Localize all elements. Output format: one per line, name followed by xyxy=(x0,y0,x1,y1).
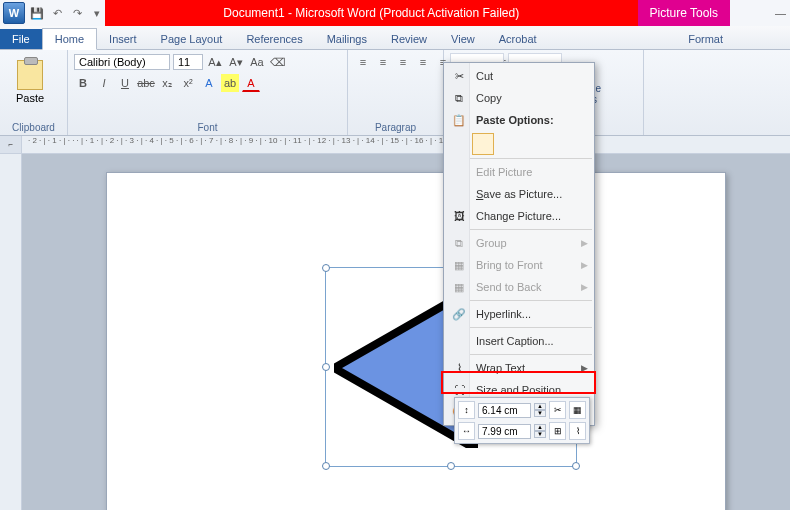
qat-dropdown-icon[interactable]: ▾ xyxy=(89,5,105,21)
quick-access-toolbar: 💾 ↶ ↷ ▾ xyxy=(29,5,105,21)
numbering-button[interactable]: ≡ xyxy=(374,53,392,71)
text-effects-button[interactable]: A xyxy=(200,74,218,92)
redo-icon[interactable]: ↷ xyxy=(69,5,85,21)
word-app-icon: W xyxy=(3,2,25,24)
ribbon: Paste Clipboard Calibri (Body) 11 A▴ A▾ … xyxy=(0,50,790,136)
chevron-right-icon: ▶ xyxy=(581,282,588,292)
cut-icon: ✂ xyxy=(450,68,468,84)
paste-button[interactable]: Paste xyxy=(6,53,54,111)
tab-page-layout[interactable]: Page Layout xyxy=(149,29,235,49)
align-left-button[interactable]: ≡ xyxy=(414,53,432,71)
strikethrough-button[interactable]: abc xyxy=(137,74,155,92)
resize-handle-bm[interactable] xyxy=(447,462,455,470)
document-canvas[interactable] xyxy=(22,154,790,510)
ctx-wrap-text[interactable]: ⌇Wrap Text▶ xyxy=(444,357,594,379)
italic-button[interactable]: I xyxy=(95,74,113,92)
ctx-paste-options: 📋Paste Options: xyxy=(444,109,594,131)
tab-format[interactable]: Format xyxy=(676,29,735,49)
subscript-button[interactable]: x₂ xyxy=(158,74,176,92)
horizontal-ruler[interactable]: · 2 · | · 1 · | · · · | · 1 · | · 2 · | … xyxy=(22,136,790,153)
group-clipboard: Paste Clipboard xyxy=(0,50,68,135)
paragraph-group-label: Paragrap xyxy=(354,121,437,135)
window-controls: — xyxy=(730,0,790,26)
wrap-icon[interactable]: ⌇ xyxy=(569,422,586,440)
bullets-button[interactable]: ≡ xyxy=(354,53,372,71)
resize-handle-tl[interactable] xyxy=(322,264,330,272)
tab-home[interactable]: Home xyxy=(42,28,97,50)
width-input[interactable]: 7.99 cm xyxy=(478,424,531,439)
hyperlink-icon: 🔗 xyxy=(450,306,468,322)
underline-button[interactable]: U xyxy=(116,74,134,92)
tab-acrobat[interactable]: Acrobat xyxy=(487,29,549,49)
bring-front-icon: ▦ xyxy=(450,257,468,273)
resize-handle-ml[interactable] xyxy=(322,363,330,371)
ctx-hyperlink[interactable]: 🔗Hyperlink... xyxy=(444,303,594,325)
tab-insert[interactable]: Insert xyxy=(97,29,149,49)
font-size-select[interactable]: 11 xyxy=(173,54,203,70)
font-group-label: Font xyxy=(74,121,341,135)
bring-forward-icon[interactable]: ▦ xyxy=(569,401,586,419)
page[interactable] xyxy=(106,172,726,510)
title-bar: W 💾 ↶ ↷ ▾ Document1 - Microsoft Word (Pr… xyxy=(0,0,790,26)
change-picture-icon: 🖼 xyxy=(450,208,468,224)
paste-icon: 📋 xyxy=(450,112,468,128)
ctx-bring-to-front: ▦Bring to Front▶ xyxy=(444,254,594,276)
window-title: Document1 - Microsoft Word (Product Acti… xyxy=(105,0,638,26)
clear-formatting-button[interactable]: ⌫ xyxy=(269,53,287,71)
width-icon: ↔ xyxy=(458,422,475,440)
ctx-save-as-picture[interactable]: Save as Picture... xyxy=(444,183,594,205)
group-icon: ⧉ xyxy=(450,235,468,251)
tab-review[interactable]: Review xyxy=(379,29,439,49)
chevron-right-icon: ▶ xyxy=(581,238,588,248)
height-spinner[interactable]: ▲▼ xyxy=(534,403,546,417)
highlight-button[interactable]: ab xyxy=(221,74,239,92)
superscript-button[interactable]: x² xyxy=(179,74,197,92)
paste-option-keep-source[interactable] xyxy=(472,133,494,155)
chevron-right-icon: ▶ xyxy=(581,363,588,373)
group-paragraph: ≡ ≡ ≡ ≡ ≡ ≡ ≡ ≡ Paragrap xyxy=(348,50,444,135)
tab-file[interactable]: File xyxy=(0,29,42,49)
ribbon-tabs: File Home Insert Page Layout References … xyxy=(0,26,790,50)
ctx-group: ⧉Group▶ xyxy=(444,232,594,254)
font-color-button[interactable]: A xyxy=(242,74,260,92)
position-icon[interactable]: ⊞ xyxy=(549,422,566,440)
height-icon: ↕ xyxy=(458,401,475,419)
change-case-button[interactable]: Aa xyxy=(248,53,266,71)
vertical-ruler[interactable] xyxy=(0,154,22,510)
tab-mailings[interactable]: Mailings xyxy=(315,29,379,49)
clipboard-icon xyxy=(17,60,43,90)
picture-tools-tab-header: Picture Tools xyxy=(638,0,730,26)
ctx-insert-caption[interactable]: Insert Caption... xyxy=(444,330,594,352)
paste-label: Paste xyxy=(16,92,44,104)
clipboard-group-label: Clipboard xyxy=(6,121,61,135)
font-name-select[interactable]: Calibri (Body) xyxy=(74,54,170,70)
chevron-right-icon: ▶ xyxy=(581,260,588,270)
mini-size-toolbar: ↕ 6.14 cm ▲▼ ✂ ▦ ↔ 7.99 cm ▲▼ ⊞ ⌇ xyxy=(454,397,590,444)
wrap-text-icon: ⌇ xyxy=(450,360,468,376)
tab-references[interactable]: References xyxy=(234,29,314,49)
crop-icon[interactable]: ✂ xyxy=(549,401,566,419)
save-icon[interactable]: 💾 xyxy=(29,5,45,21)
size-icon: ⛶ xyxy=(450,382,468,398)
context-menu: ✂Cut ⧉Copy 📋Paste Options: Edit Picture … xyxy=(443,62,595,426)
undo-icon[interactable]: ↶ xyxy=(49,5,65,21)
resize-handle-bl[interactable] xyxy=(322,462,330,470)
resize-handle-br[interactable] xyxy=(572,462,580,470)
multilevel-button[interactable]: ≡ xyxy=(394,53,412,71)
tab-view[interactable]: View xyxy=(439,29,487,49)
ctx-cut[interactable]: ✂Cut xyxy=(444,65,594,87)
width-spinner[interactable]: ▲▼ xyxy=(534,424,546,438)
ruler-area: ⌐ · 2 · | · 1 · | · · · | · 1 · | · 2 · … xyxy=(0,136,790,154)
ctx-send-to-back: ▦Send to Back▶ xyxy=(444,276,594,298)
bold-button[interactable]: B xyxy=(74,74,92,92)
ruler-corner: ⌐ xyxy=(0,136,22,153)
grow-font-button[interactable]: A▴ xyxy=(206,53,224,71)
shrink-font-button[interactable]: A▾ xyxy=(227,53,245,71)
copy-icon: ⧉ xyxy=(450,90,468,106)
minimize-button[interactable]: — xyxy=(775,7,786,19)
ctx-copy[interactable]: ⧉Copy xyxy=(444,87,594,109)
ctx-change-picture[interactable]: 🖼Change Picture... xyxy=(444,205,594,227)
height-input[interactable]: 6.14 cm xyxy=(478,403,531,418)
workspace xyxy=(0,154,790,510)
ctx-edit-picture: Edit Picture xyxy=(444,161,594,183)
